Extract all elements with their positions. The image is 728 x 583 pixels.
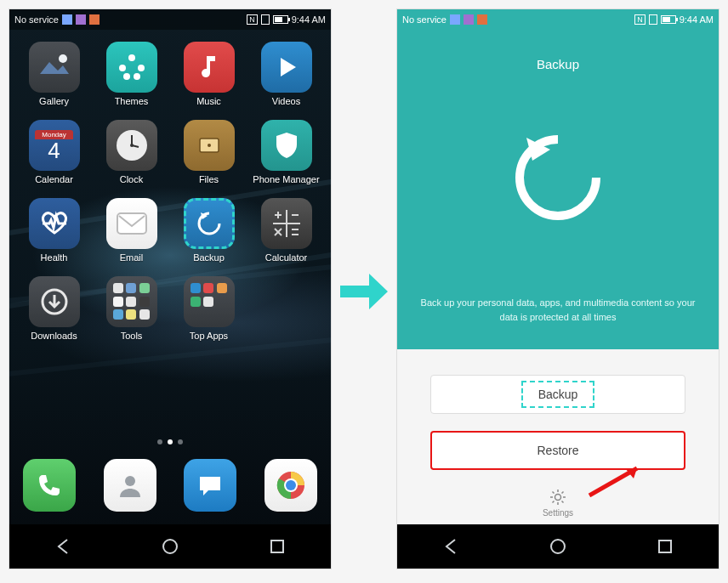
topapps-folder-icon (184, 276, 235, 327)
app-label: Themes (115, 96, 149, 106)
app-downloads[interactable]: Downloads (18, 276, 90, 341)
status-indicator-icon (62, 14, 72, 25)
videos-icon (261, 42, 312, 93)
phone-manager-icon (261, 120, 312, 171)
nfc-icon: N (247, 14, 258, 25)
svg-point-0 (59, 54, 67, 63)
backup-button-label: Backup (521, 381, 595, 408)
app-tools-folder[interactable]: Tools (95, 276, 168, 341)
settings-button[interactable]: Settings (543, 488, 573, 518)
app-topapps-folder[interactable]: Top Apps (173, 276, 245, 341)
transition-arrow-icon (338, 272, 390, 311)
svg-point-1 (128, 54, 135, 61)
nav-recent-button[interactable] (265, 535, 289, 558)
backup-hero-icon (397, 122, 719, 233)
svg-point-27 (163, 540, 177, 553)
app-label: Top Apps (190, 331, 228, 341)
nfc-icon: N (634, 14, 646, 25)
dock-chrome[interactable] (264, 459, 317, 512)
backup-app-phone: No service N 9:44 AM Backup Back up your… (396, 8, 719, 569)
app-email[interactable]: Email (95, 198, 168, 263)
app-label: Gallery (39, 96, 69, 106)
status-bar: No service N 9:44 AM (397, 9, 719, 30)
calendar-icon: Monday 4 (29, 120, 80, 171)
app-label: Files (199, 174, 219, 184)
svg-point-9 (130, 144, 134, 147)
status-indicator-icon (76, 14, 86, 25)
backup-icon (184, 198, 235, 249)
app-phone-manager[interactable]: Phone Manager (250, 120, 322, 184)
nav-home-button[interactable] (158, 535, 182, 558)
app-gallery[interactable]: Gallery (18, 42, 90, 106)
dock-phone[interactable] (23, 459, 76, 512)
sim-icon (649, 14, 657, 25)
app-label: Health (41, 252, 68, 263)
app-music[interactable]: Music (173, 42, 245, 106)
status-bar: No service N 9:44 AM (9, 9, 331, 30)
settings-label: Settings (543, 508, 573, 518)
nav-back-button[interactable] (439, 535, 463, 558)
svg-rect-12 (117, 213, 146, 234)
backup-button[interactable]: Backup (430, 375, 685, 414)
svg-point-2 (119, 65, 126, 71)
downloads-icon (29, 276, 80, 327)
app-calendar[interactable]: Monday 4 Calendar (18, 120, 90, 184)
app-backup[interactable]: Backup (173, 198, 245, 263)
app-files[interactable]: Files (173, 120, 245, 184)
status-service: No service (402, 14, 446, 25)
app-videos[interactable]: Videos (250, 42, 322, 106)
svg-point-3 (138, 65, 145, 71)
page-indicator (9, 439, 331, 444)
status-indicator-icon (477, 14, 487, 25)
restore-button-label: Restore (521, 439, 594, 462)
gallery-icon (29, 42, 80, 93)
nav-back-button[interactable] (51, 535, 75, 558)
tools-folder-icon (106, 276, 157, 327)
app-label: Calculator (265, 252, 308, 263)
status-indicator-icon (89, 14, 100, 25)
nav-recent-button[interactable] (653, 535, 677, 558)
battery-icon (661, 15, 676, 24)
app-health[interactable]: Health (18, 198, 90, 263)
svg-point-11 (208, 144, 211, 147)
status-indicator-icon (464, 14, 474, 25)
health-icon (29, 198, 80, 249)
backup-actions: Backup Restore Settings (397, 349, 719, 524)
backup-description: Back up your personal data, apps, and mu… (414, 296, 702, 324)
battery-icon (273, 15, 288, 24)
svg-point-26 (286, 480, 296, 490)
email-icon (106, 198, 157, 249)
app-label: Tools (121, 331, 143, 341)
app-label: Backup (193, 252, 225, 263)
app-label: Clock (120, 174, 144, 184)
app-label: Phone Manager (253, 174, 319, 184)
sim-icon (261, 14, 270, 25)
app-label: Music (196, 96, 221, 106)
home-screen-phone: No service N 9:44 AM Gallery Themes (9, 8, 332, 569)
svg-point-30 (551, 540, 565, 553)
dock-messages[interactable] (184, 459, 236, 512)
messages-icon (184, 459, 236, 512)
status-indicator-icon (450, 14, 460, 25)
themes-icon (106, 42, 157, 93)
svg-point-29 (555, 495, 560, 501)
app-clock[interactable]: Clock (95, 120, 168, 184)
restore-button[interactable]: Restore (430, 431, 685, 470)
status-time: 9:44 AM (680, 14, 714, 25)
app-calculator[interactable]: Calculator (250, 198, 322, 263)
backup-hero: No service N 9:44 AM Backup Back up your… (397, 9, 719, 349)
dock-contacts[interactable] (104, 459, 156, 512)
app-label: Downloads (31, 331, 77, 341)
svg-point-4 (123, 73, 130, 80)
svg-rect-28 (271, 541, 283, 552)
nav-home-button[interactable] (546, 535, 570, 558)
nav-bar (397, 524, 719, 569)
status-time: 9:44 AM (292, 14, 326, 25)
page-title: Backup (397, 57, 719, 71)
app-themes[interactable]: Themes (95, 42, 168, 106)
status-service: No service (14, 14, 59, 25)
svg-point-23 (125, 476, 135, 486)
calculator-icon (261, 198, 312, 249)
music-icon (184, 42, 235, 93)
app-grid: Gallery Themes Music Videos Monday 4 (9, 30, 331, 341)
